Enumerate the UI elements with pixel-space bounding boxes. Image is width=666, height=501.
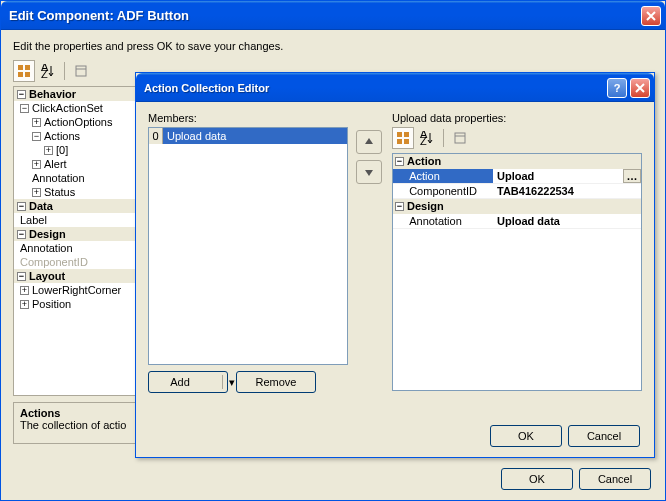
node-label[interactable]: Label	[14, 213, 148, 227]
property-key: ComponentID	[393, 184, 493, 198]
description-panel: Actions The collection of actio	[13, 402, 149, 444]
property-row-action[interactable]: Action Upload…	[393, 169, 641, 184]
dlg-property-toolbar: AZ	[392, 127, 642, 149]
collapse-icon[interactable]: −	[17, 202, 26, 211]
cancel-button[interactable]: Cancel	[568, 425, 640, 447]
property-pages-icon[interactable]	[449, 127, 471, 149]
cancel-button[interactable]: Cancel	[579, 468, 651, 490]
close-icon[interactable]	[630, 78, 650, 98]
expand-icon[interactable]: +	[32, 160, 41, 169]
property-value[interactable]: Upload data	[493, 214, 641, 228]
node-design-annotation[interactable]: Annotation	[14, 241, 148, 255]
category-behavior[interactable]: −Behavior	[14, 87, 148, 101]
svg-rect-10	[397, 139, 402, 144]
collapse-icon[interactable]: −	[17, 272, 26, 281]
main-titlebar: Edit Component: ADF Button	[1, 1, 665, 30]
list-item-index: 0	[149, 128, 163, 144]
category-design[interactable]: −Design	[14, 227, 148, 241]
list-item[interactable]: 0 Upload data	[149, 128, 347, 144]
property-row-annotation[interactable]: Annotation Upload data	[393, 214, 641, 229]
collapse-icon[interactable]: −	[17, 90, 26, 99]
collapse-icon[interactable]: −	[395, 202, 404, 211]
collapse-icon[interactable]: −	[395, 157, 404, 166]
svg-rect-8	[397, 132, 402, 137]
ellipsis-icon[interactable]: …	[623, 169, 641, 183]
property-value[interactable]: TAB416222534	[493, 184, 641, 198]
description-text: The collection of actio	[20, 419, 142, 431]
node-clickactionset[interactable]: −ClickActionSet	[14, 101, 148, 115]
svg-rect-0	[18, 65, 23, 70]
property-key: Annotation	[393, 214, 493, 228]
node-actions[interactable]: −Actions	[14, 129, 148, 143]
node-annotation[interactable]: Annotation	[14, 171, 148, 185]
action-collection-editor-dialog: Action Collection Editor ? Members: 0 Up…	[135, 72, 655, 458]
categorized-icon[interactable]	[392, 127, 414, 149]
property-pages-icon[interactable]	[70, 60, 92, 82]
help-icon[interactable]: ?	[607, 78, 627, 98]
ok-button[interactable]: OK	[490, 425, 562, 447]
main-title: Edit Component: ADF Button	[9, 8, 641, 23]
chevron-down-icon[interactable]: ▾	[225, 372, 239, 392]
property-row-componentid[interactable]: ComponentID TAB416222534	[393, 184, 641, 199]
property-value[interactable]: Upload…	[493, 169, 641, 183]
svg-text:Z: Z	[41, 68, 48, 78]
categorized-icon[interactable]	[13, 60, 35, 82]
property-key: Action	[393, 169, 493, 183]
expand-icon[interactable]: +	[44, 146, 53, 155]
instruction-text: Edit the properties and press OK to save…	[13, 40, 653, 52]
expand-icon[interactable]: +	[32, 118, 41, 127]
main-button-row: OK Cancel	[501, 468, 651, 490]
svg-rect-14	[455, 133, 465, 143]
category-action[interactable]: − Action	[393, 154, 641, 169]
dlg-button-row: OK Cancel	[490, 425, 640, 447]
expand-icon[interactable]: +	[20, 286, 29, 295]
members-listbox[interactable]: 0 Upload data	[148, 127, 348, 365]
svg-rect-2	[18, 72, 23, 77]
members-label: Members:	[148, 112, 348, 124]
collapse-icon[interactable]: −	[32, 132, 41, 141]
description-title: Actions	[20, 407, 142, 419]
category-layout[interactable]: −Layout	[14, 269, 148, 283]
svg-text:Z: Z	[420, 135, 427, 145]
alphabetical-icon[interactable]: AZ	[416, 127, 438, 149]
svg-rect-11	[404, 139, 409, 144]
collapse-icon[interactable]: −	[20, 104, 29, 113]
close-icon[interactable]	[641, 6, 661, 26]
category-data[interactable]: −Data	[14, 199, 148, 213]
move-up-icon[interactable]	[356, 130, 382, 154]
expand-icon[interactable]: +	[32, 188, 41, 197]
dlg-titlebar: Action Collection Editor ?	[136, 73, 654, 102]
node-componentid[interactable]: ComponentID	[14, 255, 148, 269]
svg-rect-3	[25, 72, 30, 77]
dlg-title: Action Collection Editor	[144, 82, 607, 94]
node-status[interactable]: +Status	[14, 185, 148, 199]
list-item-label: Upload data	[163, 128, 347, 144]
ok-button[interactable]: OK	[501, 468, 573, 490]
collapse-icon[interactable]: −	[17, 230, 26, 239]
remove-button[interactable]: Remove	[236, 371, 316, 393]
property-grid[interactable]: − Action Action Upload… ComponentID TAB4…	[392, 153, 642, 391]
alphabetical-icon[interactable]: AZ	[37, 60, 59, 82]
property-tree[interactable]: −Behavior −ClickActionSet +ActionOptions…	[13, 86, 149, 396]
svg-rect-6	[76, 66, 86, 76]
node-actionoptions[interactable]: +ActionOptions	[14, 115, 148, 129]
svg-rect-9	[404, 132, 409, 137]
node-index0[interactable]: +[0]	[14, 143, 148, 157]
category-design[interactable]: − Design	[393, 199, 641, 214]
node-alert[interactable]: +Alert	[14, 157, 148, 171]
expand-icon[interactable]: +	[20, 300, 29, 309]
svg-rect-1	[25, 65, 30, 70]
move-down-icon[interactable]	[356, 160, 382, 184]
node-position[interactable]: +Position	[14, 297, 148, 311]
properties-label: Upload data properties:	[392, 112, 642, 124]
node-lowerrightcorner[interactable]: +LowerRightCorner	[14, 283, 148, 297]
add-button[interactable]: Add▾	[148, 371, 228, 393]
